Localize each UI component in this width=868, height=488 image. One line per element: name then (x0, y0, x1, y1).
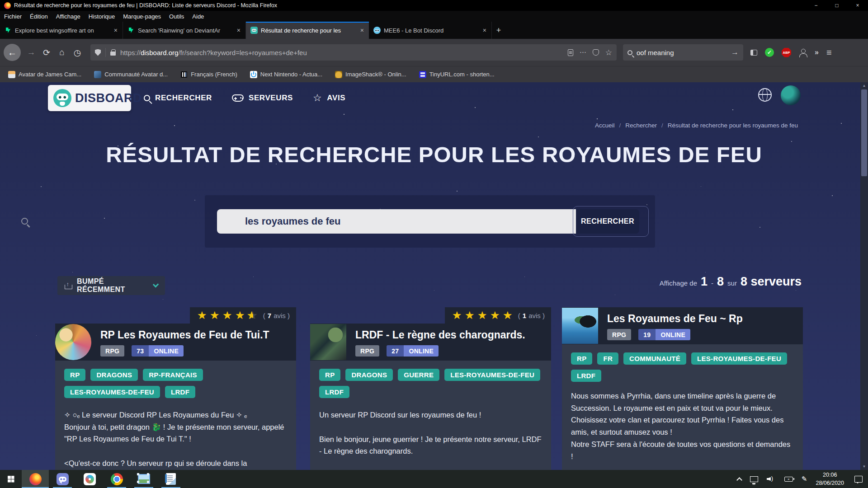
scroll-up-icon[interactable]: ▲ (860, 84, 868, 88)
scrollbar-thumb[interactable] (861, 89, 867, 176)
tag-badge[interactable]: LRDF (165, 386, 195, 398)
tag-badge[interactable]: COMMUNAUTÉ (623, 352, 686, 365)
tray-expand-icon[interactable] (736, 477, 742, 483)
server-search-input[interactable] (217, 209, 576, 234)
lock-icon[interactable] (110, 52, 116, 56)
overflow-icon[interactable]: » (815, 48, 819, 56)
sort-dropdown[interactable]: BUMPÉ RÉCEMMENT (57, 276, 165, 295)
language-globe-icon[interactable] (758, 88, 772, 102)
network-display-icon[interactable] (750, 476, 758, 482)
browser-search-bar[interactable]: oof meaning → (623, 44, 743, 61)
menu-outils[interactable]: Outils (165, 12, 188, 21)
minimize-button[interactable]: − (806, 0, 826, 11)
start-button[interactable] (0, 470, 22, 488)
tag-badge[interactable]: LES-ROYAUMES-DE-FEU (691, 352, 787, 365)
category-badge[interactable]: RPG (100, 345, 124, 357)
tag-badge[interactable]: LES-ROYAUMES-DE-FEU (444, 369, 540, 381)
bookmark-item[interactable]: ImageShack® - Onlin... (335, 71, 406, 78)
tab-close-icon[interactable]: × (359, 27, 365, 34)
tag-badge[interactable]: LRDF (571, 370, 601, 382)
page-actions-icon[interactable]: ⋯ (580, 48, 586, 56)
tag-badge[interactable]: RP-FRANÇAIS (143, 369, 203, 381)
account-icon[interactable] (799, 48, 807, 56)
rechercher-button[interactable]: RECHERCHER (576, 209, 639, 234)
maximize-button[interactable]: □ (826, 0, 847, 11)
tab-mee6[interactable]: MEE6 - Le Bot Discord × (369, 22, 492, 39)
server-title[interactable]: LRDF - Le règne des charognards. (355, 329, 525, 341)
taskbar-notepad[interactable] (157, 470, 184, 488)
tag-badge[interactable]: GUERRE (398, 369, 439, 381)
tag-badge[interactable]: DRAGONS (90, 369, 138, 381)
reload-button[interactable]: ⟳ (39, 47, 54, 58)
hamburger-menu-icon[interactable]: ≡ (826, 47, 832, 58)
user-avatar[interactable] (781, 85, 801, 105)
nav-serveurs[interactable]: SERVEURS (232, 94, 293, 103)
breadcrumb-accueil[interactable]: Accueil (595, 122, 615, 129)
tag-badge[interactable]: LRDF (319, 386, 349, 398)
history-button[interactable]: ◷ (70, 47, 85, 58)
bookmark-item[interactable]: Next Nintendo - Actua... (250, 71, 322, 78)
bookmark-item[interactable]: TinyURL.com - shorten... (419, 71, 495, 78)
taskbar-firealpaca[interactable] (76, 470, 103, 488)
breadcrumb-rechercher[interactable]: Rechercher (625, 122, 657, 129)
menu-historique[interactable]: Historique (85, 12, 119, 21)
review-count[interactable]: (1avis ) (518, 312, 545, 319)
disboard-logo[interactable]: DISBOARD (48, 85, 131, 111)
tab-disboard-active[interactable]: Résultat de recherche pour les × (246, 22, 369, 39)
tab-deviantart-search[interactable]: Search 'Rainwing' on DeviantAr × (123, 22, 246, 39)
bookmark-item[interactable]: Communauté Avatar d... (94, 71, 168, 78)
adblock-icon[interactable]: ABP (782, 48, 791, 57)
server-title[interactable]: RP Les Royaumes de Feu de Tui.T (100, 329, 269, 341)
browser-search-value[interactable]: oof meaning (637, 49, 674, 56)
category-badge[interactable]: RPG (355, 345, 379, 357)
tab-deviantart-explore[interactable]: Explore best wingsoffire art on × (0, 22, 123, 39)
category-badge[interactable]: RPG (607, 329, 631, 340)
review-count[interactable]: (7avis ) (263, 312, 290, 319)
tag-badge[interactable]: DRAGONS (345, 369, 393, 381)
server-card[interactable]: ★ ★ ★ ★ ★★ (7avis ) RP Les Royaumes de F… (55, 307, 296, 470)
server-card[interactable]: Les Royaumes de Feu ~ Rp RPG 19 ONLINE R… (562, 307, 803, 470)
bookmark-star-icon[interactable]: ☆ (605, 48, 612, 57)
pen-icon[interactable]: ✎ (802, 475, 807, 483)
tracking-shield-icon[interactable] (95, 49, 101, 56)
menu-aide[interactable]: Aide (188, 12, 208, 21)
volume-icon[interactable] (767, 476, 776, 482)
nav-avis[interactable]: ☆AVIS (313, 92, 345, 104)
menu-edition[interactable]: Édition (26, 12, 52, 21)
tag-badge[interactable]: RP (319, 369, 340, 381)
sidebar-icon[interactable] (750, 50, 757, 56)
home-button[interactable]: ⌂ (54, 47, 70, 57)
url-text[interactable]: https://disboard.org/fr/search?keyword=l… (120, 49, 568, 56)
tab-close-icon[interactable]: × (113, 27, 119, 34)
forward-button[interactable]: → (24, 47, 39, 57)
bookmark-item[interactable]: Avatar de James Cam... (8, 71, 81, 78)
back-button[interactable]: ← (4, 44, 21, 61)
taskbar-firefox[interactable] (22, 470, 49, 488)
taskbar-chrome[interactable] (103, 470, 130, 488)
tag-badge[interactable]: RP (64, 369, 85, 381)
menu-affichage[interactable]: Affichage (52, 12, 85, 21)
new-tab-button[interactable]: + (492, 22, 505, 39)
server-title[interactable]: Les Royaumes de Feu ~ Rp (607, 313, 743, 325)
reader-mode-icon[interactable] (568, 49, 573, 56)
tag-badge[interactable]: LES-ROYAUMES-DE-FEU (64, 386, 160, 398)
scroll-down-icon[interactable]: ▼ (860, 465, 868, 469)
tab-close-icon[interactable]: × (481, 27, 488, 34)
taskbar-clock[interactable]: 20:06 28/06/2020 (816, 471, 844, 487)
battery-icon[interactable]: × (784, 477, 793, 482)
tag-badge[interactable]: FR (597, 352, 618, 365)
url-bar[interactable]: https://disboard.org/fr/search?keyword=l… (90, 44, 617, 61)
tab-close-icon[interactable]: × (236, 27, 242, 34)
menu-marque-pages[interactable]: Marque-pages (119, 12, 165, 21)
notification-center-icon[interactable] (854, 476, 863, 483)
extension-check-icon[interactable]: ✓ (765, 48, 774, 57)
pocket-icon[interactable] (593, 49, 599, 56)
page-scrollbar[interactable]: ▲ ▼ (860, 82, 868, 470)
bookmark-item[interactable]: Français (French) (180, 71, 237, 78)
tag-badge[interactable]: RP (571, 352, 592, 365)
server-card[interactable]: ★ ★ ★ ★ ★ (1avis ) LRDF - Le règne des c… (310, 307, 551, 470)
taskbar-photo-viewer[interactable] (130, 470, 157, 488)
close-button[interactable]: × (847, 0, 868, 11)
menu-fichier[interactable]: Fichier (0, 12, 26, 21)
nav-rechercher[interactable]: RECHERCHER (144, 94, 212, 103)
